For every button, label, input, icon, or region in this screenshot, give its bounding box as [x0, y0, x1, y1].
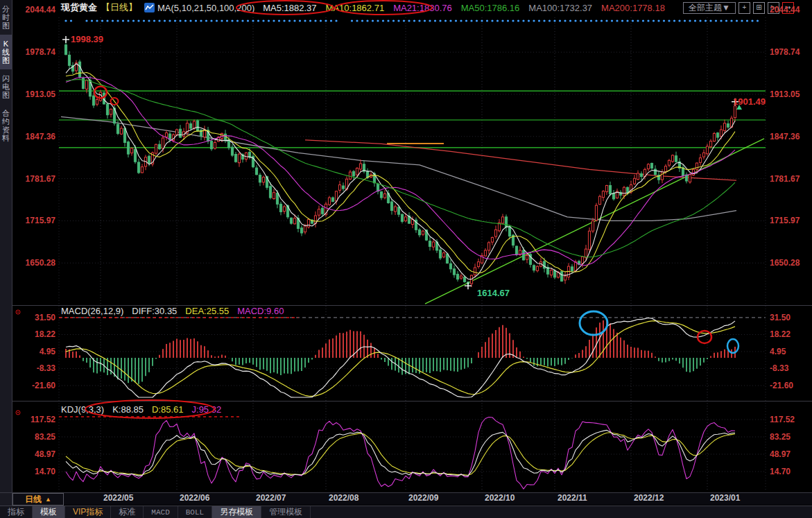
sidebar-item-2[interactable]: K线图 [0, 35, 12, 69]
ma-value-2: MA10:1862.71 [326, 3, 385, 13]
sidebar-item-1[interactable]: 分时图 [0, 0, 12, 35]
ma-value-3: MA21:1830.76 [393, 3, 452, 13]
macd-axis-right-label: 18.22 [770, 329, 791, 339]
ma-legend: MA5:1882.37MA10:1862.71MA21:1830.76MA50:… [263, 3, 665, 13]
kline-chart-canvas[interactable]: 2022/052022/062022/072022/082022/092022/… [0, 0, 812, 518]
macd-axis-left-label: 18.22 [35, 329, 55, 339]
annotation-circle [698, 331, 711, 343]
panel-marker-icon [16, 310, 20, 314]
footer-tab-2[interactable]: 模板 [33, 506, 65, 518]
ma-group-label: MA(5,10,21,50,100,200) [157, 3, 254, 13]
ma-value-4: MA50:1786.16 [461, 3, 520, 13]
pan-right-icon[interactable]: ▷ [768, 2, 779, 14]
line-chart-icon [144, 3, 155, 12]
macd-dea-value: DEA:25.55 [185, 306, 229, 316]
footer-tab-3[interactable]: VIP指标 [65, 506, 111, 518]
ma-value-6: MA200:1778.18 [601, 3, 665, 13]
price-axis-right-label: 1847.36 [770, 132, 800, 141]
macd-diff-value: DIFF:30.35 [132, 306, 177, 316]
kdj-axis-left-label: 83.25 [35, 432, 55, 442]
annotation-circle [94, 87, 107, 98]
kdj-axis-left-label: 48.97 [35, 449, 55, 459]
symbol-name: 现货黄金 [61, 1, 97, 14]
sidebar-item-3[interactable]: 闪电图 [0, 69, 12, 104]
kdj-panel-header: KDJ(9,3,3) K:88.85 D:85.61 J:95.32 [61, 404, 221, 415]
kdj-axis-left-label: 117.52 [31, 415, 55, 424]
period-tag: 【日线】 [101, 1, 137, 14]
date-axis-row [0, 493, 812, 505]
theme-dropdown[interactable]: 全部主题▼ [683, 2, 736, 14]
price-axis-left-label: 1978.74 [26, 47, 56, 57]
price-axis-right-label: 1913.05 [770, 89, 800, 99]
jump-to-latest-icon[interactable]: ↦ [782, 2, 794, 14]
period-selector-label: 日线 [25, 494, 42, 506]
kdj-axis-left-label: 14.70 [35, 467, 55, 476]
price-axis-left-label: 1715.97 [26, 216, 56, 225]
kdj-title: KDJ(9,3,3) [61, 404, 104, 415]
footer-tab-5[interactable]: MACD [144, 506, 178, 518]
kdj-d-value: D:85.61 [152, 404, 184, 415]
chart-header: 现货黄金 【日线】 MA(5,10,21,50,100,200) MA5:188… [12, 0, 812, 15]
kdj-axis-right-label: 83.25 [770, 432, 791, 442]
annotation-circle [111, 98, 119, 105]
indicator-tabbar: 指标模板VIP指标标准MACDBOLL另存模板管理模板 [0, 506, 812, 518]
caret-up-icon: ▲ [45, 496, 51, 503]
period-selector[interactable]: 日线 ▲ [12, 493, 64, 506]
price-marker-label: 1901.49 [733, 96, 766, 107]
ma-value-5: MA100:1732.37 [528, 3, 592, 13]
annotation-circle [580, 311, 607, 335]
macd-axis-right-label: -21.60 [770, 381, 793, 390]
kdj-j-value: J:95.32 [192, 404, 222, 415]
price-axis-right-label: 1781.67 [770, 174, 800, 184]
price-axis-left-label: 1913.05 [26, 89, 56, 99]
sidebar-item-4[interactable]: 合约资料 [0, 104, 12, 147]
footer-tab-1[interactable]: 指标 [0, 506, 33, 518]
macd-value: MACD:9.60 [237, 306, 284, 316]
macd-axis-right-label: 31.50 [770, 313, 791, 322]
kdj-axis-right-label: 117.52 [770, 415, 795, 424]
price-axis-left-label: 1781.67 [26, 174, 56, 184]
price-axis-left-label: 1650.28 [26, 258, 56, 268]
price-marker-label: 1614.67 [477, 288, 510, 298]
macd-panel-header: MACD(26,12,9) DIFF:30.35 DEA:25.55 MACD:… [61, 306, 284, 316]
macd-axis-right-label: -8.33 [770, 363, 789, 373]
crosshair-icon[interactable]: + [738, 2, 750, 14]
annotation-circle [727, 339, 738, 353]
price-axis-left-label: 1847.36 [26, 132, 56, 141]
macd-title: MACD(26,12,9) [61, 306, 123, 316]
left-chart-type-sidebar: 分时图K线图闪电图合约资料 [0, 0, 12, 506]
kdj-axis-right-label: 48.97 [770, 449, 791, 459]
kdj-k-value: K:88.85 [112, 404, 144, 415]
price-axis-right-label: 1715.97 [770, 216, 800, 225]
footer-tab-6[interactable]: BOLL [178, 506, 212, 518]
macd-axis-left-label: 4.95 [40, 347, 56, 356]
price-marker-label: 1998.39 [71, 34, 103, 44]
kdj-axis-right-label: 14.70 [770, 467, 791, 476]
macd-axis-left-label: 31.50 [35, 313, 55, 322]
panel-marker-icon [16, 411, 20, 415]
macd-axis-left-label: -8.33 [37, 363, 56, 373]
price-axis-right-label: 1650.28 [770, 258, 800, 268]
footer-tab-4[interactable]: 标准 [111, 506, 144, 518]
header-toolbar: 全部主题▼ + ⊞ ▷ ↦ [683, 2, 794, 14]
price-axis-right-label: 1978.74 [770, 47, 800, 57]
buy-signal-marker [736, 105, 742, 110]
macd-axis-left-label: -21.60 [32, 381, 55, 390]
footer-tab-8[interactable]: 管理模板 [261, 506, 311, 518]
ma-value-1: MA5:1882.37 [263, 3, 316, 13]
footer-tab-7[interactable]: 另存模板 [212, 506, 261, 518]
fit-axis-icon[interactable]: ⊞ [753, 2, 765, 14]
macd-axis-right-label: 4.95 [770, 347, 786, 356]
